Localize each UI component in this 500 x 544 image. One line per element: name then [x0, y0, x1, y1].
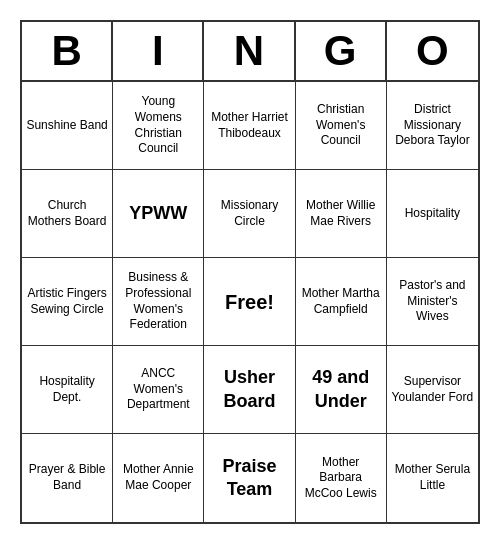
bingo-letter-g: G — [296, 22, 387, 80]
bingo-cell-8: Mother Willie Mae Rivers — [296, 170, 387, 258]
bingo-cell-7: Missionary Circle — [204, 170, 295, 258]
bingo-cell-17: Usher Board — [204, 346, 295, 434]
bingo-cell-4: District Missionary Debora Taylor — [387, 82, 478, 170]
bingo-cell-2: Mother Harriet Thibodeaux — [204, 82, 295, 170]
bingo-card: BINGO Sunshine BandYoung Womens Christia… — [20, 20, 480, 524]
bingo-cell-21: Mother Annie Mae Cooper — [113, 434, 204, 522]
bingo-cell-14: Pastor's and Minister's Wives — [387, 258, 478, 346]
bingo-cell-18: 49 and Under — [296, 346, 387, 434]
bingo-cell-24: Mother Serula Little — [387, 434, 478, 522]
bingo-cell-20: Prayer & Bible Band — [22, 434, 113, 522]
bingo-cell-10: Artistic Fingers Sewing Circle — [22, 258, 113, 346]
bingo-cell-1: Young Womens Christian Council — [113, 82, 204, 170]
bingo-cell-23: Mother Barbara McCoo Lewis — [296, 434, 387, 522]
bingo-cell-13: Mother Martha Campfield — [296, 258, 387, 346]
bingo-cell-22: Praise Team — [204, 434, 295, 522]
bingo-letter-o: O — [387, 22, 478, 80]
bingo-cell-16: ANCC Women's Department — [113, 346, 204, 434]
bingo-letter-i: I — [113, 22, 204, 80]
bingo-cell-19: Supervisor Youlander Ford — [387, 346, 478, 434]
bingo-letter-b: B — [22, 22, 113, 80]
bingo-header: BINGO — [22, 22, 478, 82]
bingo-cell-5: Church Mothers Board — [22, 170, 113, 258]
bingo-cell-3: Christian Women's Council — [296, 82, 387, 170]
bingo-grid: Sunshine BandYoung Womens Christian Coun… — [22, 82, 478, 522]
bingo-cell-11: Business & Professional Women's Federati… — [113, 258, 204, 346]
bingo-letter-n: N — [204, 22, 295, 80]
bingo-cell-15: Hospitality Dept. — [22, 346, 113, 434]
bingo-cell-6: YPWW — [113, 170, 204, 258]
bingo-cell-0: Sunshine Band — [22, 82, 113, 170]
bingo-cell-9: Hospitality — [387, 170, 478, 258]
bingo-cell-12: Free! — [204, 258, 295, 346]
